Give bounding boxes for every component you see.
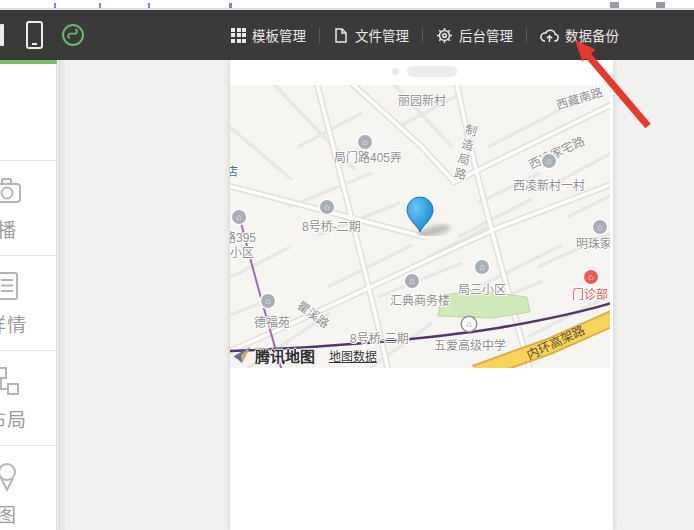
- strip-mark: [54, 3, 56, 8]
- browser-edge-strip: [0, 0, 694, 10]
- phone-preview-panel: 丽园新村 西藏南路 局门路405弄 酒店 制造局路 西凌家宅路 西凌新村一村 8…: [230, 60, 613, 530]
- poi-house-icon: ⌂: [542, 154, 556, 168]
- sidebar-item-layout[interactable]: 布局: [0, 350, 57, 445]
- sidebar-item-carousel[interactable]: 播: [0, 160, 57, 255]
- menu-item-backend-manage[interactable]: 后台管理: [436, 25, 513, 45]
- carousel-icon: [0, 174, 24, 208]
- map-label: 门诊部: [572, 285, 608, 302]
- menu-label: 后台管理: [459, 25, 513, 45]
- map-label: 五爱高级中学: [434, 336, 506, 353]
- sidebar-item-label: 播: [0, 215, 17, 242]
- file-icon: [333, 27, 349, 44]
- sidebar-item-label: 图: [0, 500, 17, 527]
- poi-house-icon: ⌂: [261, 294, 275, 308]
- map-pin-icon: [0, 459, 24, 493]
- cloud-upload-icon: [540, 28, 559, 43]
- menu-divider: [319, 28, 320, 43]
- menu-label: 模板管理: [252, 25, 306, 45]
- sidebar-item-label: 详情: [0, 310, 27, 337]
- menu-item-template-manage[interactable]: 模板管理: [231, 25, 306, 45]
- phone-speaker-pill: [407, 66, 457, 77]
- poi-building-icon: ⌂: [405, 274, 419, 288]
- tencent-map[interactable]: 丽园新村 西藏南路 局门路405弄 酒店 制造局路 西凌家宅路 西凌新村一村 8…: [230, 85, 610, 368]
- strip-mark: [610, 2, 619, 8]
- map-label: 汇典商务楼: [390, 291, 450, 308]
- poi-house-icon: ⌂: [593, 220, 607, 234]
- panel-shadow: [58, 60, 67, 530]
- tencent-maps-logo-text[interactable]: 腾讯地图: [255, 345, 315, 366]
- desktop-view-icon[interactable]: [0, 24, 4, 46]
- sidebar-item-detail[interactable]: 详情: [0, 255, 57, 350]
- poi-house-icon: ⌂: [320, 200, 334, 214]
- poi-school-icon: ⌂: [462, 317, 476, 331]
- map-marker-pin[interactable]: [398, 190, 458, 236]
- menu-item-data-backup[interactable]: 数据备份: [540, 25, 619, 45]
- strip-mark: [148, 3, 150, 8]
- map-label: 8号桥-三期: [350, 329, 409, 346]
- map-label: 丽园新村: [398, 91, 446, 108]
- sidebar-active-indicator: [0, 60, 57, 64]
- menu-label: 数据备份: [565, 25, 619, 45]
- app-window: 模板管理 文件管理 后台管理: [0, 0, 694, 530]
- mobile-view-icon[interactable]: [26, 21, 43, 49]
- map-label: 德福苑: [254, 313, 290, 330]
- poi-house-icon: ⌂: [232, 210, 246, 224]
- poi-clinic-icon: ⌂: [584, 270, 598, 284]
- strip-mark: [656, 2, 665, 8]
- toolbar: 模板管理 文件管理 后台管理: [0, 10, 694, 60]
- link-icon[interactable]: [61, 23, 85, 47]
- sidebar-item-map[interactable]: 图: [0, 445, 57, 530]
- phone-camera-dot: [392, 68, 399, 75]
- sidebar: 播 详情 布局 图: [0, 64, 57, 530]
- detail-icon: [0, 269, 24, 303]
- strip-mark: [229, 3, 232, 8]
- map-label: 酒店: [230, 162, 238, 179]
- map-label: 8号桥-二期: [302, 217, 361, 234]
- toolbar-menu: 模板管理 文件管理 后台管理: [231, 10, 619, 60]
- menu-item-file-manage[interactable]: 文件管理: [333, 25, 409, 45]
- map-label: 局三小区: [458, 280, 506, 297]
- map-label: 局门路405弄: [334, 148, 402, 165]
- grid-icon: [231, 28, 246, 43]
- poi-house-icon: ⌂: [358, 135, 372, 149]
- sidebar-item-label: 布局: [0, 405, 27, 432]
- map-label: 小区: [230, 243, 254, 260]
- layout-icon: [0, 364, 24, 398]
- tencent-maps-logo-icon[interactable]: [233, 346, 252, 365]
- poi-house-icon: ⌂: [475, 260, 489, 274]
- map-label: 明珠家: [576, 234, 610, 251]
- menu-divider: [422, 28, 423, 43]
- map-data-attribution-link[interactable]: 地图数据: [329, 347, 377, 364]
- menu-label: 文件管理: [355, 25, 409, 45]
- gear-icon: [436, 27, 453, 44]
- toolbar-device-switcher: [0, 10, 85, 60]
- map-label: 西凌新村一村: [513, 176, 585, 193]
- sidebar-logo-area: [0, 64, 57, 160]
- menu-divider: [526, 28, 527, 43]
- strip-mark: [99, 3, 101, 8]
